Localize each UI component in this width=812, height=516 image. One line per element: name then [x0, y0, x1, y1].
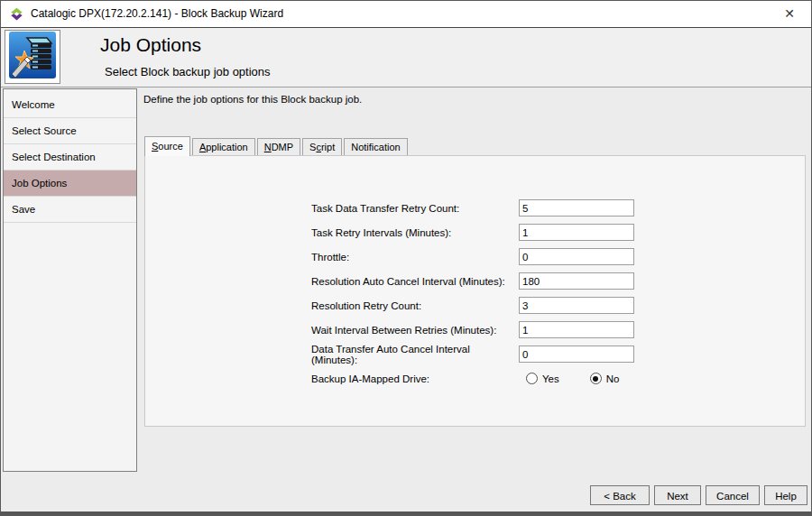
sidebar-item-save[interactable]: Save: [4, 197, 136, 223]
instruction-text: Define the job options for this Block ba…: [143, 94, 362, 105]
tab-application[interactable]: Application: [192, 138, 255, 155]
field-input-data-transfer-auto-cancel-interval-minutes[interactable]: [519, 346, 634, 363]
tab-notification[interactable]: Notification: [344, 138, 407, 155]
next-button[interactable]: Next: [654, 485, 701, 505]
window-title: Catalogic DPX(172.20.2.141) - Block Back…: [31, 1, 283, 27]
window-bottom-edge: [1, 511, 812, 516]
sidebar-item-select-destination[interactable]: Select Destination: [4, 144, 136, 170]
title-bar: Catalogic DPX(172.20.2.141) - Block Back…: [1, 1, 811, 28]
form-row-resolution-retry-count: Resolution Retry Count:: [145, 296, 805, 315]
sidebar-item-welcome[interactable]: Welcome: [4, 92, 136, 118]
close-icon[interactable]: ✕: [780, 1, 798, 27]
field-label-data-transfer-auto-cancel-interval-minutes: Data Transfer Auto Cancel Interval (Minu…: [311, 344, 519, 365]
field-input-task-data-transfer-retry-count[interactable]: [519, 199, 634, 217]
field-input-resolution-auto-cancel-interval-minutes[interactable]: [519, 272, 634, 290]
wizard-buttons: < BackNextCancelHelp: [590, 485, 807, 505]
form-row-throttle: Throttle:: [145, 247, 805, 266]
radio-options: YesNo: [519, 373, 619, 384]
form-row-resolution-auto-cancel-interval-minutes: Resolution Auto Cancel Interval (Minutes…: [145, 272, 805, 290]
form-row-task-data-transfer-retry-count: Task Data Transfer Retry Count:: [145, 198, 805, 217]
field-input-wait-interval-between-retries-minutes[interactable]: [519, 321, 634, 338]
tab-source[interactable]: Source: [144, 136, 190, 156]
wizard-body: WelcomeSelect SourceSelect DestinationJo…: [1, 88, 811, 511]
field-label-resolution-retry-count: Resolution Retry Count:: [311, 300, 519, 311]
field-label-task-retry-intervals-minutes: Task Retry Intervals (Minutes):: [311, 227, 519, 238]
field-input-throttle[interactable]: [519, 248, 634, 265]
radio-label-yes: Yes: [542, 373, 559, 384]
tab-bar: SourceApplicationNDMPScriptNotification: [144, 136, 410, 155]
tab-script[interactable]: Script: [302, 138, 342, 155]
radio-option-yes[interactable]: Yes: [526, 373, 559, 384]
page-subtitle: Select Block backup job options: [105, 65, 271, 78]
field-label-backup-ia-mapped-drive: Backup IA-Mapped Drive:: [311, 373, 519, 384]
field-label-resolution-auto-cancel-interval-minutes: Resolution Auto Cancel Interval (Minutes…: [311, 276, 519, 287]
sidebar-item-select-source[interactable]: Select Source: [4, 118, 136, 144]
wizard-steps: WelcomeSelect SourceSelect DestinationJo…: [3, 88, 137, 472]
field-label-wait-interval-between-retries-minutes: Wait Interval Between Retries (Minutes):: [311, 325, 519, 336]
cancel-button[interactable]: Cancel: [706, 485, 760, 505]
sidebar-item-job-options[interactable]: Job Options: [4, 170, 136, 197]
help-button[interactable]: Help: [764, 485, 807, 505]
wizard-header: Job Options Select Block backup job opti…: [1, 28, 811, 88]
wizard-logo-box: [5, 30, 60, 84]
job-options-form: Task Data Transfer Retry Count:Task Retr…: [145, 198, 805, 393]
radio-unselected-icon[interactable]: [526, 373, 538, 384]
page-title: Job Options: [100, 34, 201, 56]
field-input-task-retry-intervals-minutes[interactable]: [519, 224, 634, 241]
form-row-data-transfer-auto-cancel-interval-minutes: Data Transfer Auto Cancel Interval (Minu…: [145, 345, 805, 364]
field-input-resolution-retry-count[interactable]: [519, 297, 634, 314]
block-backup-wizard-icon: [9, 32, 56, 82]
tab-ndmp[interactable]: NDMP: [257, 138, 300, 155]
radio-label-no: No: [606, 373, 620, 384]
field-label-task-data-transfer-retry-count: Task Data Transfer Retry Count:: [311, 203, 519, 214]
form-row-backup-ia-mapped-drive: Backup IA-Mapped Drive:YesNo: [145, 369, 805, 388]
form-row-task-retry-intervals-minutes: Task Retry Intervals (Minutes):: [145, 223, 805, 242]
form-row-wait-interval-between-retries-minutes: Wait Interval Between Retries (Minutes):: [145, 320, 805, 339]
field-label-throttle: Throttle:: [311, 252, 519, 263]
back-button[interactable]: < Back: [590, 485, 650, 505]
radio-selected-icon[interactable]: [590, 373, 602, 384]
source-tab-panel: Task Data Transfer Retry Count:Task Retr…: [144, 155, 806, 427]
radio-option-no[interactable]: No: [590, 373, 620, 384]
block-backup-wizard-window: Catalogic DPX(172.20.2.141) - Block Back…: [0, 0, 812, 516]
catalogic-logo-icon: [10, 7, 23, 21]
